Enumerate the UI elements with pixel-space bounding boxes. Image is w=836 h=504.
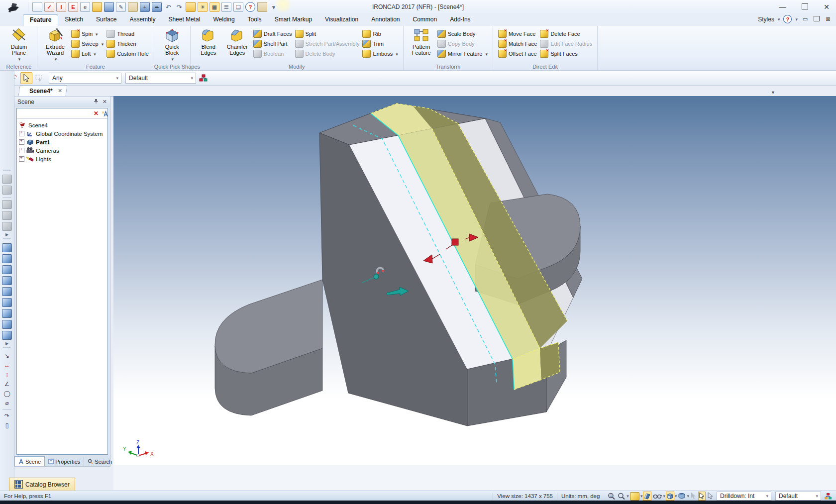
boolean-trim-icon[interactable] — [2, 222, 12, 231]
view-back-icon[interactable] — [2, 265, 12, 274]
move-face-button[interactable]: Move Face — [497, 29, 538, 38]
save-icon[interactable] — [104, 2, 114, 12]
copy-body-button[interactable]: Copy Body — [436, 39, 489, 48]
sweep-button[interactable]: Sweep — [70, 39, 105, 48]
render-stack-icon[interactable] — [678, 492, 686, 500]
match-face-button[interactable]: Match Face — [497, 39, 538, 48]
filter-search-icon[interactable]: ✳ — [101, 109, 109, 118]
help-caret-icon[interactable]: ▾ — [795, 17, 798, 22]
clear-search-icon[interactable]: ✕ — [92, 109, 101, 118]
measure-angle-icon[interactable]: ∠ — [2, 381, 12, 388]
extrude-wizard-button[interactable]: Extrude Wizard — [41, 27, 70, 62]
view-bottom-icon[interactable] — [2, 309, 12, 318]
mirror-feature-button[interactable]: Mirror Feature — [436, 49, 489, 58]
draft-faces-button[interactable]: Draft Faces — [252, 29, 294, 38]
viewport-3d[interactable]: Z Y X — [113, 96, 836, 465]
copy-views-icon[interactable]: ❏ — [233, 2, 243, 12]
close-button[interactable]: ✕ — [820, 3, 833, 11]
ghost-cursor-icon[interactable] — [690, 492, 697, 500]
styles-menu[interactable]: Styles — [758, 16, 774, 23]
undo-icon[interactable]: ↶ — [164, 2, 173, 11]
boolean-subtract-icon[interactable] — [2, 186, 12, 195]
blend-edges-button[interactable]: Blend Edges — [194, 27, 223, 56]
tab-close-icon[interactable]: ✕ — [58, 88, 62, 94]
cylinder-tool-icon[interactable]: ▯ — [2, 422, 12, 429]
expand-icon[interactable] — [19, 148, 24, 153]
mdi-restore-icon[interactable] — [813, 16, 821, 22]
marquee-select-tool[interactable] — [34, 73, 45, 84]
browse-icon[interactable]: e — [80, 2, 90, 12]
boolean-button[interactable]: Boolean — [252, 49, 294, 58]
tab-annotation[interactable]: Annotation — [365, 14, 406, 25]
tab-sheet-metal[interactable]: Sheet Metal — [162, 14, 207, 25]
styles-caret-icon[interactable]: ▾ — [778, 17, 780, 22]
view-right-icon[interactable] — [2, 287, 12, 296]
help-icon[interactable]: ? — [245, 2, 255, 12]
tree-search-input[interactable] — [17, 109, 92, 117]
annotation-leader-icon[interactable]: ↷ — [2, 412, 12, 420]
tab-sketch[interactable]: Sketch — [58, 14, 90, 25]
tree-item-cameras[interactable]: Cameras — [18, 146, 106, 155]
panel-tab-scene[interactable]: Scene — [14, 456, 45, 466]
redo-icon[interactable]: ↷ — [175, 2, 184, 11]
pin-icon[interactable] — [94, 99, 99, 104]
document-tab-scene4[interactable]: Scene4* ✕ — [18, 85, 67, 97]
measure-distance-icon[interactable]: ↘ — [2, 352, 12, 360]
view-left-icon[interactable] — [2, 276, 12, 285]
measure-radius-icon[interactable]: ◯ — [2, 390, 12, 398]
ribbon-help-icon[interactable]: ? — [783, 15, 792, 23]
new-document-icon[interactable] — [32, 2, 42, 12]
shell-part-button[interactable]: Shell Part — [252, 39, 294, 48]
export-icon[interactable]: E — [68, 2, 78, 12]
tab-tools[interactable]: Tools — [241, 14, 268, 25]
camera-mode-icon[interactable] — [630, 492, 639, 500]
loft-button[interactable]: Loft — [70, 49, 105, 58]
shaded-mode-icon[interactable] — [643, 492, 651, 500]
smart-snap-toggle-icon[interactable]: ▦ — [209, 2, 219, 12]
link-icon[interactable]: ➦ — [152, 2, 162, 12]
panel-tab-properties[interactable]: Properties — [45, 457, 84, 466]
spotlight-icon[interactable] — [186, 2, 196, 12]
wireframe-cube-icon[interactable] — [666, 492, 674, 500]
rib-button[interactable]: Rib — [361, 29, 399, 38]
trim-button[interactable]: Trim — [361, 39, 399, 48]
structure-view-button[interactable] — [198, 73, 209, 84]
smart-render-toggle-icon[interactable]: ✳ — [198, 2, 208, 12]
select-tool[interactable] — [20, 72, 32, 84]
view-top-icon[interactable] — [2, 298, 12, 307]
thread-button[interactable]: Thread — [105, 29, 150, 38]
boolean-add-icon[interactable] — [2, 175, 12, 184]
style-combo[interactable]: Default — [125, 73, 196, 84]
tab-visualization[interactable]: Visualization — [318, 14, 365, 25]
spin-button[interactable]: Spin — [70, 29, 105, 38]
display-options-icon[interactable]: ☰ — [221, 2, 231, 12]
emboss-button[interactable]: Emboss — [361, 49, 399, 58]
selection-filter-combo[interactable]: Any — [49, 73, 121, 84]
tab-common[interactable]: Common — [407, 14, 444, 25]
minimize-button[interactable]: — — [776, 3, 789, 11]
offset-face-button[interactable]: Offset Face — [497, 49, 538, 58]
status-structure-icon[interactable] — [824, 492, 832, 500]
tree-item-part1[interactable]: Part1 — [18, 138, 106, 146]
edit-face-radius-button[interactable]: Edit Face Radius — [538, 39, 594, 48]
tutorial-icon[interactable] — [257, 2, 267, 12]
measure-vertical-icon[interactable]: ↕ — [2, 371, 12, 379]
delete-body-button[interactable]: Delete Body — [294, 49, 361, 58]
tab-surface[interactable]: Surface — [90, 14, 123, 25]
measure-diameter-icon[interactable]: ⌀ — [2, 400, 12, 407]
expand-icon[interactable] — [19, 139, 24, 145]
mdi-close-icon[interactable]: ⊠ — [824, 16, 832, 22]
zoom-window-icon[interactable] — [618, 492, 626, 500]
split-faces-button[interactable]: Split Faces — [538, 49, 594, 58]
edit-sheet-icon[interactable]: ✎ — [116, 2, 126, 12]
quick-block-button[interactable]: Quick Block — [158, 27, 187, 62]
alt-cursor-icon[interactable] — [707, 492, 714, 500]
pattern-feature-button[interactable]: Pattern Feature — [407, 27, 436, 56]
tab-smart-markup[interactable]: Smart Markup — [268, 14, 318, 25]
import-icon[interactable]: I — [56, 2, 66, 12]
chamfer-edges-button[interactable]: Chamfer Edges — [223, 27, 252, 56]
strip-expander-icon[interactable]: ▶ — [5, 232, 8, 237]
glasses-icon[interactable] — [653, 492, 662, 500]
thicken-button[interactable]: Thicken — [105, 39, 150, 48]
panel-close-icon[interactable]: ✕ — [103, 99, 107, 105]
